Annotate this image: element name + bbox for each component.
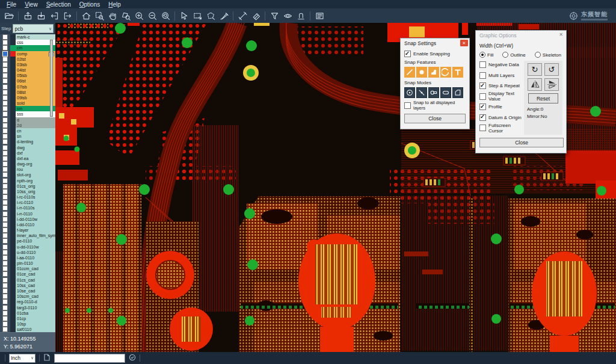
layer-visibility-checkbox[interactable] [0,57,10,62]
slot-mode-button[interactable] [440,87,451,98]
layer-row[interactable]: f-layer [0,227,55,233]
layer-visibility-checkbox[interactable] [0,172,10,177]
layer-visibility-checkbox[interactable] [0,238,10,244]
layer-row[interactable]: 01cs_orig [0,184,55,189]
save-up-button[interactable] [21,10,34,22]
layer-row[interactable]: 02lst [0,57,55,62]
layer-row[interactable]: pe-0110 [0,238,55,244]
layer-row[interactable]: reg-0110-d [0,299,55,304]
layer-row[interactable]: 09lsb [0,95,55,100]
reset-button[interactable]: Reset [528,93,558,103]
pad-snap-button[interactable] [416,67,427,78]
eraser-button[interactable] [249,10,262,22]
text-snap-button[interactable] [452,67,463,78]
snap-dialog-titlebar[interactable]: Snap Settings ✕ [401,39,469,48]
surface-snap-button[interactable] [428,67,439,78]
save-down-button[interactable] [34,10,48,22]
layer-visibility-checkbox[interactable] [0,271,10,277]
menu-item[interactable]: File [2,1,20,8]
layer-row[interactable]: dwg-org [0,161,55,167]
layer-visibility-checkbox[interactable] [0,161,10,167]
layer-row[interactable]: i-rc-0110 [0,200,55,205]
layer-row[interactable]: dwg [0,144,55,150]
radio-button[interactable] [502,52,508,58]
layer-visibility-checkbox[interactable] [0,40,10,45]
layer-visibility-checkbox[interactable] [0,261,10,266]
layer-row[interactable]: 07lsb [0,84,55,90]
checkbox[interactable] [479,93,486,100]
graphic-option-row[interactable]: Fullscreen Cursor [479,124,522,132]
layer-visibility-checkbox[interactable] [0,117,10,123]
polygon-select-button[interactable] [204,10,217,22]
layer-visibility-checkbox[interactable] [0,67,10,73]
layer-row[interactable]: css [0,40,55,45]
layer-visibility-checkbox[interactable] [0,184,10,189]
export-button[interactable] [61,10,74,22]
step-select[interactable]: pcb ∨ [13,24,54,33]
highlight-button[interactable] [281,10,294,22]
layer-visibility-checkbox[interactable] [0,90,10,95]
layer-visibility-checkbox[interactable] [0,200,10,205]
layer-row[interactable]: comp [0,51,55,57]
units-select[interactable]: Inch ∨ [9,354,35,363]
endpoint-mode-button[interactable] [416,87,427,98]
layer-row[interactable]: sss [0,111,55,117]
layer-row[interactable]: i-rc-0110s [0,194,55,200]
layer-visibility-checkbox[interactable] [0,222,10,227]
zoom-window-button[interactable] [93,10,106,22]
properties-panel-button[interactable] [313,10,326,22]
layer-visibility-checkbox[interactable] [0,189,10,194]
layer-row[interactable]: 10ss_orig [0,189,55,194]
layer-row[interactable]: sold [0,100,55,106]
open-file-button[interactable] [2,10,16,22]
layer-row[interactable]: i-rr-0110s [0,205,55,211]
layer-visibility-checkbox[interactable] [0,250,10,255]
layer-visibility-checkbox[interactable] [0,123,10,128]
layer-row[interactable]: inner_auto_film_symb [0,233,55,238]
layer-row[interactable]: dxf-ea [0,156,55,161]
arc-snap-button[interactable] [440,67,451,78]
zoom-in-button[interactable] [132,10,146,22]
layer-visibility-checkbox[interactable] [0,327,10,332]
layer-row[interactable]: 04lst [0,67,55,73]
center-mode-button[interactable] [404,87,415,98]
layer-visibility-checkbox[interactable] [0,211,10,217]
layer-visibility-checkbox[interactable] [0,78,10,84]
layer-list-scrollbar[interactable] [50,40,53,117]
menu-item[interactable]: Help [104,1,125,8]
layer-row[interactable]: cn [0,128,55,134]
layer-visibility-checkbox[interactable] [0,139,10,144]
layer-row[interactable]: dxf [0,150,55,156]
layer-visibility-checkbox[interactable] [0,177,10,183]
layer-visibility-checkbox[interactable] [0,283,10,288]
layer-row[interactable]: slot-org [0,172,55,177]
rotate-ccw-button[interactable]: ↺ [544,63,559,76]
select-button[interactable] [177,10,191,22]
line-snap-button[interactable] [404,67,415,78]
layer-visibility-checkbox[interactable] [0,194,10,200]
layer-row[interactable]: 10se_cad [0,288,55,294]
layer-visibility-checkbox[interactable] [0,266,10,271]
layer-row[interactable]: 01ccm_cad [0,266,55,271]
checkbox[interactable] [479,61,486,68]
graphic-option-row[interactable]: Display Text Value [479,93,522,100]
import-button[interactable] [48,10,61,22]
snap-close-button[interactable]: Close [404,114,466,123]
layer-row[interactable]: 2d [0,123,55,128]
checkbox[interactable] [479,82,486,89]
layer-visibility-checkbox[interactable] [0,51,10,57]
graphic-close-button[interactable]: Close [479,138,564,147]
layer-visibility-checkbox[interactable] [0,111,10,117]
graphic-option-row[interactable]: Datum & Origin [479,114,522,122]
layer-visibility-checkbox[interactable] [0,150,10,156]
layer-visibility-checkbox[interactable] [0,288,10,294]
radio-option[interactable]: Outline [502,52,525,58]
zoom-previous-button[interactable] [159,10,172,22]
layer-row[interactable]: 10sp [0,321,55,327]
layer-row[interactable]: rou [0,167,55,172]
menu-item[interactable]: View [20,1,42,8]
layer-visibility-checkbox[interactable] [0,128,10,134]
layer-row[interactable]: i-rr-0110 [0,211,55,217]
zoom-polygon-button[interactable] [119,10,132,22]
layer-visibility-checkbox[interactable] [0,299,10,304]
